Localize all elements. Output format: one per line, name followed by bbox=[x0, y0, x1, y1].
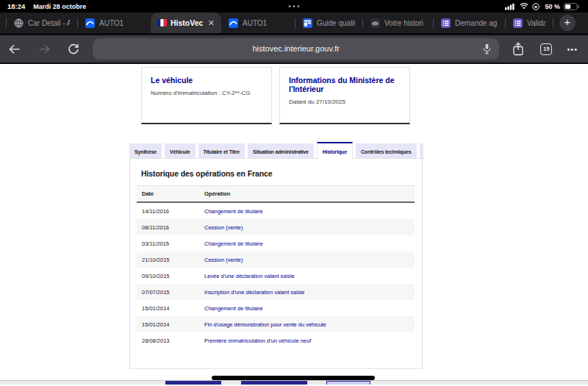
cellular-signal-icon bbox=[505, 3, 516, 10]
date-cell: 09/10/2015 bbox=[137, 268, 199, 284]
table-row: 15/01/2014Fin d'usage démonstration pour… bbox=[137, 316, 415, 332]
operation-link[interactable]: Première immatriculation d'un véhicule n… bbox=[199, 332, 415, 349]
status-bar: 18:24 Mardi 28 octobre 50 % bbox=[0, 0, 588, 12]
table-row: 08/11/2016Cession (vente) bbox=[137, 219, 415, 235]
list-favicon-icon bbox=[441, 18, 451, 28]
rotation-lock-icon bbox=[532, 3, 539, 10]
browser-tab-auto1-a[interactable]: AUTO1 bbox=[78, 12, 151, 33]
operation-link[interactable]: Levée d'une déclaration valant saisie bbox=[199, 268, 415, 284]
browser-tab-auto1-b[interactable]: AUTO1 bbox=[221, 12, 295, 33]
table-header-row: Date Opération bbox=[137, 186, 415, 203]
browser-tab-cardetail[interactable]: Car Detail - A bbox=[7, 12, 77, 33]
card-body: Numéro d'immatriculation : CY-2**-CG bbox=[151, 90, 262, 96]
browser-tab-demande[interactable]: Demande ag bbox=[434, 12, 505, 33]
browser-tab-historique[interactable]: Votre histori bbox=[363, 12, 433, 33]
column-header-date: Date bbox=[137, 186, 199, 203]
status-date: Mardi 28 octobre bbox=[33, 3, 86, 10]
date-cell: 03/11/2015 bbox=[137, 235, 199, 251]
table-row: 15/01/2014Changement de titulaire bbox=[137, 300, 415, 316]
table-row: 21/10/2015Cession (vente) bbox=[137, 251, 415, 268]
content-tabs: Synthèse Véhicule Titulaire et Titre Sit… bbox=[129, 142, 423, 160]
tab-titulaire[interactable]: Titulaire et Titre bbox=[198, 143, 245, 160]
date-cell: 21/10/2015 bbox=[137, 251, 199, 268]
microphone-icon[interactable] bbox=[483, 43, 491, 54]
vehicle-card: Le véhicule Numéro d'immatriculation : C… bbox=[141, 67, 272, 124]
france-flag-icon bbox=[157, 19, 167, 26]
operation-link[interactable]: Cession (vente) bbox=[199, 219, 415, 235]
battery-icon bbox=[564, 3, 579, 10]
tab-panel: Historique des opérations en France Date… bbox=[129, 158, 423, 369]
card-title: Le véhicule bbox=[151, 76, 262, 85]
browser-tab-strip: Car Detail - A AUTO1 HistoVec ✕ AUTO1 bbox=[0, 12, 588, 33]
footer-button[interactable] bbox=[165, 381, 221, 385]
date-cell: 28/08/2013 bbox=[137, 332, 199, 349]
wifi-icon bbox=[520, 3, 528, 10]
address-bar[interactable]: histovec.interieur.gouv.fr bbox=[93, 38, 499, 60]
clock: 18:24 bbox=[7, 2, 25, 10]
overflow-menu-icon[interactable]: ••• bbox=[567, 45, 578, 54]
table-row: 28/08/2013Première immatriculation d'un … bbox=[137, 332, 415, 349]
tab-controles[interactable]: Contrôles techniques bbox=[356, 143, 417, 160]
operation-link[interactable]: Changement de titulaire bbox=[199, 300, 415, 316]
date-cell: 15/01/2014 bbox=[137, 300, 199, 316]
column-header-operation: Opération bbox=[199, 186, 415, 203]
operation-link[interactable]: Changement de titulaire bbox=[199, 235, 415, 251]
new-tab-button[interactable]: + bbox=[559, 15, 576, 31]
ministry-info-card: Informations du Ministère de l'Intérieur… bbox=[279, 67, 410, 124]
tab-kilometrage[interactable]: Kilométrage bbox=[420, 143, 423, 160]
footer-button[interactable] bbox=[326, 381, 370, 385]
browser-tab-guide[interactable]: Guide qualité bbox=[295, 12, 362, 33]
table-row: 03/11/2015Changement de titulaire bbox=[137, 235, 415, 251]
close-tab-icon[interactable]: ✕ bbox=[208, 18, 215, 28]
home-indicator bbox=[212, 376, 375, 380]
back-button[interactable] bbox=[7, 44, 22, 54]
globe-favicon-icon bbox=[14, 18, 24, 28]
table-row: 14/11/2016Changement de titulaire bbox=[137, 202, 415, 219]
footer-button[interactable] bbox=[241, 381, 307, 385]
battery-percent: 50 % bbox=[545, 3, 560, 10]
section-title: Historique des opérations en France bbox=[141, 169, 422, 178]
card-title: Informations du Ministère de l'Intérieur bbox=[289, 76, 401, 93]
share-icon[interactable] bbox=[512, 42, 524, 56]
auto1-favicon-icon bbox=[229, 18, 238, 28]
operation-link[interactable]: Inscription d'une déclaration valant sai… bbox=[199, 284, 415, 300]
card-body: Datant du 27/10/2025 bbox=[289, 99, 401, 105]
browser-tab-histovec[interactable]: HistoVec ✕ bbox=[151, 12, 221, 33]
web-page: Le véhicule Numéro d'immatriculation : C… bbox=[0, 64, 588, 385]
tab-synthese[interactable]: Synthèse bbox=[129, 143, 162, 160]
tab-situation[interactable]: Situation administrative bbox=[248, 143, 314, 160]
operation-link[interactable]: Fin d'usage démonstration pour vente du … bbox=[199, 316, 415, 332]
operation-link[interactable]: Changement de titulaire bbox=[199, 202, 415, 219]
date-cell: 08/11/2016 bbox=[137, 219, 199, 235]
tab-historique[interactable]: Historique bbox=[317, 142, 353, 160]
list-favicon-icon bbox=[513, 18, 523, 28]
dark-favicon-icon bbox=[370, 18, 380, 28]
forward-button[interactable] bbox=[37, 44, 51, 54]
tab-vehicule[interactable]: Véhicule bbox=[165, 143, 196, 160]
auto1-favicon-icon bbox=[85, 18, 95, 28]
operations-table: Date Opération 14/11/2016Changement de t… bbox=[137, 185, 415, 349]
guide-favicon-icon bbox=[303, 18, 312, 28]
tab-switcher-button[interactable]: 15 bbox=[540, 43, 552, 55]
browser-tab-valida[interactable]: Valida bbox=[506, 12, 553, 33]
date-cell: 15/01/2014 bbox=[137, 316, 199, 332]
operation-link[interactable]: Cession (vente) bbox=[199, 251, 415, 268]
url-text: histovec.interieur.gouv.fr bbox=[93, 44, 499, 53]
date-cell: 07/07/2015 bbox=[137, 284, 199, 300]
browser-toolbar: histovec.interieur.gouv.fr 15 ••• bbox=[0, 35, 588, 64]
date-cell: 14/11/2016 bbox=[137, 202, 199, 219]
reload-button[interactable] bbox=[66, 43, 81, 55]
table-row: 07/07/2015Inscription d'une déclaration … bbox=[137, 284, 415, 300]
multitask-dots-icon bbox=[289, 5, 300, 7]
table-row: 09/10/2015Levée d'une déclaration valant… bbox=[137, 268, 415, 284]
